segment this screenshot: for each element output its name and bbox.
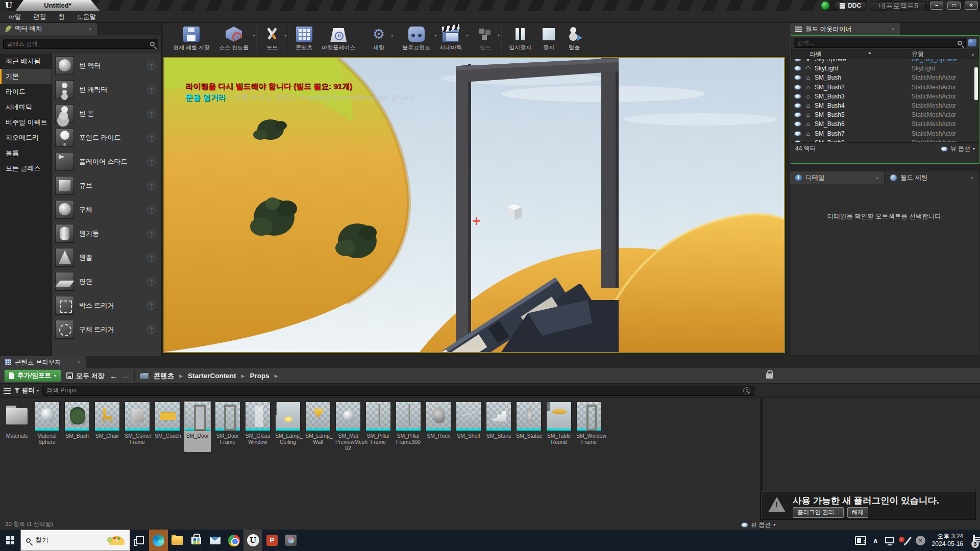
visibility-eye-icon[interactable]	[794, 85, 801, 90]
place-actor-item[interactable]: 원기둥?	[52, 221, 161, 245]
mail-button[interactable]	[206, 530, 225, 551]
lock-icon[interactable]	[766, 373, 773, 379]
tab-details[interactable]: i 디테일 ×	[790, 171, 885, 184]
toolbar-pause-button[interactable]: 일시정지	[504, 23, 536, 57]
actor-type[interactable]: BP_Sky_Sphere	[912, 59, 979, 63]
manage-plugins-button[interactable]: 플러그인 관리...	[793, 507, 844, 518]
outliner-row[interactable]: ⌂SM_Bush8StaticMeshActor	[791, 138, 979, 142]
back-button[interactable]: ←	[110, 371, 118, 381]
close-button[interactable]: ×	[965, 2, 978, 10]
help-icon[interactable]: ?	[147, 230, 155, 238]
place-actor-item[interactable]: 큐브?	[52, 173, 161, 197]
asset-tile-sm_lamp_ceiling[interactable]: SM_Lamp_Ceiling	[275, 401, 301, 452]
category-비주얼 이펙트[interactable]: 비주얼 이펙트	[0, 115, 52, 130]
toolbar-save-button[interactable]: 현재 레벨 저장	[168, 23, 214, 57]
outliner-header[interactable]: 라벨 ▲ 유형 ▼	[791, 49, 979, 59]
place-actor-item[interactable]: 빈 액터?	[52, 54, 161, 78]
taskbar-clock[interactable]: 오후 3:24 2024-05-16	[932, 533, 963, 548]
start-button[interactable]	[0, 530, 20, 551]
asset-tile-sm_glasswindow[interactable]: SM_GlassWindow	[244, 401, 271, 452]
category-지오메트리[interactable]: 지오메트리	[0, 130, 52, 145]
unreal-engine-button[interactable]: U	[243, 530, 262, 551]
document-tab[interactable]: Untitled*	[15, 0, 100, 11]
category-모든 클래스[interactable]: 모든 클래스	[0, 161, 52, 176]
toolbar-blueprint-button[interactable]: ▾블루프린트	[398, 23, 435, 57]
chevron-down-icon[interactable]: ▾	[498, 33, 500, 38]
asset-tile-sm_shelf[interactable]: SM_Shelf	[455, 401, 482, 452]
asset-tile-sm_statue[interactable]: SM_Statue	[516, 401, 542, 452]
asset-tile-materialsphere[interactable]: MaterialSphere	[34, 401, 60, 452]
class-search-input[interactable]: 클래스 검색	[3, 39, 158, 49]
sources-panel-icon[interactable]	[4, 388, 11, 394]
outliner-row[interactable]: ⌂SM_Bush3StaticMeshActor	[791, 92, 979, 101]
outliner-row[interactable]: ⌂SM_Bush2StaticMeshActor	[791, 83, 979, 92]
outliner-row[interactable]: ◠SkyLightSkyLight	[791, 64, 979, 73]
breadcrumb-item[interactable]: Props	[250, 372, 269, 380]
save-all-button[interactable]: 모두 저장	[66, 371, 105, 381]
chevron-down-icon[interactable]: ▾	[391, 33, 393, 38]
visibility-eye-icon[interactable]	[794, 75, 801, 80]
outliner-view-options[interactable]: 뷰 옵션 ▾	[941, 144, 975, 153]
visibility-eye-icon[interactable]	[794, 94, 801, 99]
toolbar-content-button[interactable]: 콘텐츠	[291, 23, 317, 57]
tab-world-settings[interactable]: 월드 세팅 ×	[885, 171, 980, 184]
toolbar-cinematics-button[interactable]: ▾시네마틱	[435, 23, 467, 57]
asset-tile-sm_door[interactable]: SM_Door	[184, 401, 211, 452]
breadcrumb-item[interactable]: 콘텐츠	[154, 371, 175, 381]
close-icon[interactable]: ×	[876, 175, 879, 181]
asset-tile-sm_bush[interactable]: SM_Bush	[64, 401, 90, 452]
place-actor-item[interactable]: 원뿔?	[52, 245, 161, 269]
add-import-button[interactable]: 추가/임포트 ▾	[4, 369, 61, 382]
asset-tile-sm_cornerframe[interactable]: SM_CornerFrame	[124, 401, 151, 452]
sync-paused-icon[interactable]: ×	[916, 536, 925, 545]
category-시네마틱[interactable]: 시네마틱	[0, 99, 52, 115]
dismiss-button[interactable]: 해제	[847, 507, 868, 518]
asset-tile-sm_windowframe[interactable]: SM_WindowFrame	[576, 401, 602, 452]
menu-item[interactable]: 도움말	[71, 11, 103, 22]
asset-tile-sm_chair[interactable]: SM_Chair	[94, 401, 120, 452]
game-viewport[interactable]: 라이팅을 다시 빌드해야 합니다 (빌드 필요: 91개) 시지를 숨기는 명령…	[163, 57, 785, 353]
outliner-row[interactable]: ●Sky SphereBP_Sky_Sphere	[791, 59, 979, 64]
close-icon[interactable]: ×	[892, 26, 895, 32]
hidden-icons-chevron[interactable]: ∧	[873, 537, 878, 544]
search-highlight-image[interactable]	[109, 536, 125, 545]
outliner-row[interactable]: ⌂SM_Bush6StaticMeshActor	[791, 119, 979, 129]
add-actor-icon[interactable]	[968, 39, 976, 46]
outliner-row[interactable]: ⌂SM_Bush7StaticMeshActor	[791, 129, 979, 138]
toolbar-stop-button[interactable]: 중지	[536, 23, 561, 57]
category-볼륨[interactable]: 볼륨	[0, 145, 52, 161]
place-actor-item[interactable]: 박스 트리거?	[52, 293, 161, 317]
ddc-indicator[interactable]: DDC	[834, 1, 867, 10]
visibility-eye-icon[interactable]	[794, 66, 801, 71]
toolbar-market-button[interactable]: 마켓플레이스	[317, 23, 360, 57]
visibility-eye-icon[interactable]	[794, 140, 801, 142]
category-라이트[interactable]: 라이트	[0, 84, 52, 99]
column-type[interactable]: 유형	[912, 50, 979, 59]
breadcrumb-item[interactable]: StarterContent	[188, 372, 236, 380]
close-icon[interactable]: ×	[971, 175, 974, 181]
widgets-icon[interactable]	[855, 536, 866, 545]
outliner-search-input[interactable]: 검색...	[794, 38, 966, 48]
minimize-button[interactable]: –	[930, 2, 943, 10]
asset-tile-sm_matpreviewmesh02[interactable]: SM_MatPreviewMesh02	[335, 401, 361, 452]
file-explorer-button[interactable]	[168, 530, 187, 551]
toolbar-eject-button[interactable]: 탈출	[561, 23, 587, 57]
help-icon[interactable]: ?	[147, 206, 155, 214]
place-actor-item[interactable]: 구체 트리거?	[52, 317, 161, 341]
tab-place-actors[interactable]: 액터 배치 ×	[0, 23, 97, 35]
menu-item[interactable]: 창	[52, 11, 71, 22]
place-actor-item[interactable]: 빈 폰?	[52, 102, 161, 126]
cb-view-options[interactable]: 뷰 옵션 ▾	[741, 520, 775, 529]
outliner-row[interactable]: ⌂SM_Bush5StaticMeshActor	[791, 110, 979, 119]
help-icon[interactable]: ?	[147, 254, 155, 262]
place-actor-item[interactable]: 포인트 라이트?	[52, 126, 161, 149]
category-기본[interactable]: 기본	[0, 69, 52, 84]
place-actor-item[interactable]: 빈 캐릭터?	[52, 78, 161, 102]
filter-button[interactable]: 필터 ▾	[14, 386, 39, 395]
close-icon[interactable]: ×	[89, 26, 92, 32]
toolbar-settings-button[interactable]: ▾세팅	[366, 23, 391, 57]
help-icon[interactable]: ?	[147, 62, 155, 70]
edge-button[interactable]	[149, 530, 168, 551]
asset-tile-sm_pillarframe[interactable]: SM_PillarFrame	[365, 401, 391, 452]
menu-item[interactable]: 편집	[27, 11, 52, 22]
